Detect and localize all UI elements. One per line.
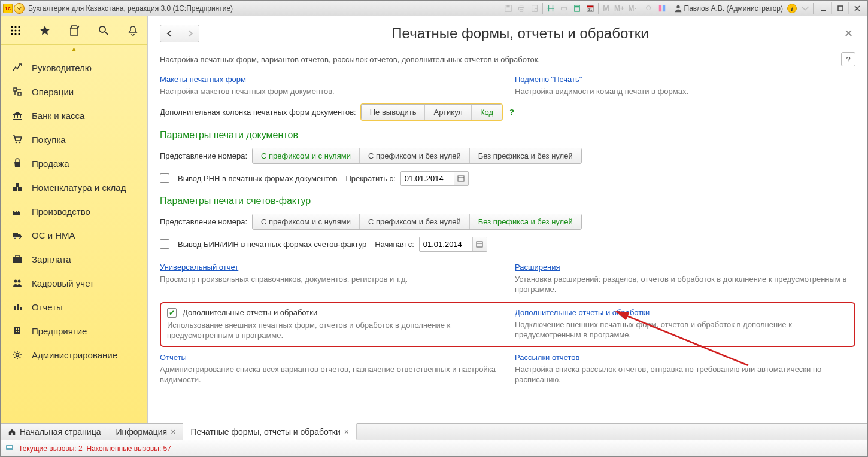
additional-reports-checkbox-desc: Использование внешних печатных форм, отч… <box>167 320 500 341</box>
sidebar-item-assets[interactable]: ОС и НМА <box>1 223 147 247</box>
stop-date-input[interactable] <box>401 172 454 185</box>
minimize-button[interactable] <box>815 2 831 14</box>
sidebar-item-label: Номенклатура и склад <box>32 182 126 193</box>
tab-info[interactable]: Информация × <box>108 424 183 440</box>
nav-buttons <box>160 25 199 42</box>
zoom-icon[interactable] <box>642 2 655 14</box>
dropdown-icon[interactable] <box>799 2 812 14</box>
sidebar-item-bank[interactable]: Банк и касса <box>1 103 147 127</box>
calculator-icon[interactable] <box>570 2 584 14</box>
seg-pref-nozeros2[interactable]: С префиксом и без нулей <box>359 214 469 229</box>
start-date-input[interactable] <box>420 237 472 251</box>
seg-pref-zeros[interactable]: С префиксом и с нулями <box>253 148 359 163</box>
main-menu-button[interactable] <box>14 3 25 14</box>
sections-menu-button[interactable] <box>4 19 28 42</box>
app-title: Бухгалтерия для Казахстана, редакция 3.0… <box>28 4 233 13</box>
seg-article[interactable]: Артикул <box>424 105 471 120</box>
notifications-button[interactable] <box>121 19 145 42</box>
rnn-checkbox[interactable] <box>160 173 169 183</box>
universal-report-desc: Просмотр произвольных справочников, доку… <box>160 274 500 285</box>
sidebar-item-salary[interactable]: Зарплата <box>1 247 147 271</box>
current-user[interactable]: Павлов А.В. (Администратор) <box>672 4 786 13</box>
svg-point-33 <box>16 142 17 144</box>
calendar-picker-icon[interactable] <box>454 172 468 185</box>
nav-back-button[interactable] <box>160 25 180 42</box>
calendar-icon[interactable]: 31 <box>584 2 597 14</box>
svg-point-43 <box>14 280 17 283</box>
svg-point-28 <box>11 33 13 35</box>
preview-icon[interactable] <box>528 2 541 14</box>
maximize-button[interactable] <box>831 2 848 14</box>
history-button[interactable] <box>62 19 86 42</box>
universal-report-link[interactable]: Универсальный отчет <box>160 263 238 272</box>
close-page-button[interactable]: ✕ <box>841 26 855 41</box>
seg-none[interactable]: Не выводить <box>362 105 425 120</box>
page-title: Печатные формы, отчеты и обработки <box>207 25 834 42</box>
mailings-link[interactable]: Рассылки отчетов <box>515 353 579 362</box>
panels-icon[interactable] <box>655 2 669 14</box>
seg-code[interactable]: Код <box>471 105 502 120</box>
reports-link[interactable]: Отчеты <box>160 353 187 362</box>
sidebar-item-stock[interactable]: Номенклатура и склад <box>1 175 147 199</box>
calendar-picker-icon2[interactable] <box>472 237 487 251</box>
print2-icon[interactable] <box>557 2 570 14</box>
home-icon <box>8 428 16 436</box>
additional-reports-checkbox[interactable] <box>167 308 177 318</box>
sidebar-collapse-icon[interactable]: ▲ <box>1 45 147 52</box>
seg-pref-nozeros[interactable]: С префиксом и без нулей <box>359 148 469 163</box>
print-submenu-link[interactable]: Подменю "Печать" <box>515 75 582 84</box>
sidebar-item-operations[interactable]: Операции <box>1 80 147 103</box>
search-button[interactable] <box>92 19 116 42</box>
page-content: Настройка печатных форм, вариантов отчет… <box>148 42 867 423</box>
building-icon <box>11 325 23 337</box>
help-hint-icon[interactable]: ? <box>507 108 517 117</box>
svg-rect-51 <box>16 331 17 332</box>
svg-text:31: 31 <box>588 7 592 11</box>
bin-label: Вывод БИН/ИИН в печатных формах счетов-ф… <box>178 240 366 249</box>
info-icon[interactable]: i <box>785 2 799 14</box>
extra-column-label: Дополнительная колонка печатных форм док… <box>160 108 356 117</box>
help-button[interactable]: ? <box>841 52 855 66</box>
tab-current-close-icon[interactable]: × <box>344 427 349 437</box>
print-templates-link[interactable]: Макеты печатных форм <box>160 75 246 84</box>
sidebar-item-production[interactable]: Производство <box>1 199 147 223</box>
favorites-button[interactable] <box>33 19 57 42</box>
sidebar-item-manager[interactable]: Руководителю <box>1 56 147 80</box>
docs-prefix-selector: С префиксом и с нулями С префиксом и без… <box>252 148 582 164</box>
save-icon[interactable] <box>502 2 515 14</box>
svg-point-39 <box>14 237 16 239</box>
extensions-desc: Установка расширений: разделов, отчетов … <box>515 274 855 295</box>
stop-from-label: Прекратить с: <box>345 174 395 183</box>
m-icon[interactable]: M <box>600 2 613 14</box>
tab-info-close-icon[interactable]: × <box>171 427 175 437</box>
seg-pref-zeros2[interactable]: С префиксом и с нулями <box>253 214 359 229</box>
tab-current[interactable]: Печатные формы, отчеты и обработки × <box>183 423 357 440</box>
print-icon[interactable] <box>515 2 528 14</box>
bin-checkbox[interactable] <box>160 239 169 249</box>
sidebar-item-hr[interactable]: Кадровый учет <box>1 271 147 295</box>
seg-nopref-nozeros[interactable]: Без префикса и без нулей <box>469 148 581 163</box>
additional-reports-link[interactable]: Дополнительные отчеты и обработки <box>515 308 650 317</box>
sidebar-item-admin[interactable]: Администрирование <box>1 343 147 367</box>
sidebar-item-reports[interactable]: Отчеты <box>1 295 147 319</box>
tab-home[interactable]: Начальная страница <box>1 424 108 440</box>
svg-rect-50 <box>18 328 19 330</box>
sidebar-item-purchase[interactable]: Покупка <box>1 127 147 151</box>
sidebar-item-label: Операции <box>32 87 74 97</box>
close-window-button[interactable] <box>848 2 865 14</box>
m-plus-icon[interactable]: M+ <box>613 2 626 14</box>
m-minus-icon[interactable]: M- <box>626 2 639 14</box>
extensions-link[interactable]: Расширения <box>515 263 560 272</box>
sidebar-item-label: Продажа <box>32 159 69 169</box>
sidebar: ▲ Руководителю Операции Банк и касса Пок… <box>1 16 148 423</box>
svg-rect-56 <box>477 242 482 247</box>
seg-nopref-nozeros2[interactable]: Без префикса и без нулей <box>469 214 581 229</box>
compare-icon[interactable] <box>544 2 557 14</box>
svg-point-30 <box>18 33 20 35</box>
sidebar-item-enterprise[interactable]: Предприятие <box>1 319 147 343</box>
nav-forward-button[interactable] <box>180 25 199 42</box>
sidebar-item-sale[interactable]: Продажа <box>1 151 147 175</box>
sidebar-item-label: ОС и НМА <box>32 230 75 240</box>
section-docs-header: Параметры печати документов <box>160 130 855 141</box>
start-date-field <box>419 237 487 252</box>
